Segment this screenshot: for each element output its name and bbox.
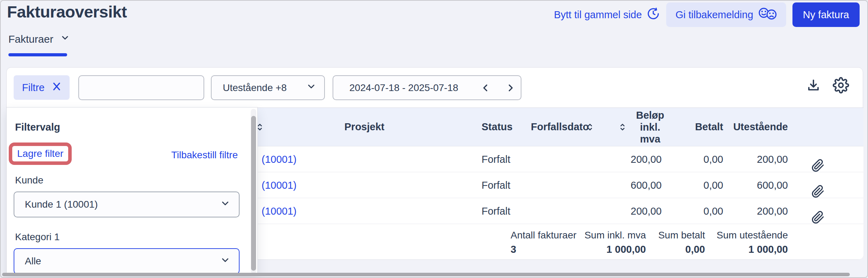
status-text: Forfalt <box>482 172 510 198</box>
page-title: Fakturaoversikt <box>7 2 127 21</box>
summary-count-label: Antall fakturaer <box>511 230 581 241</box>
paid-value: 0,00 <box>667 172 723 198</box>
outstanding-value: 200,00 <box>732 198 788 224</box>
summary-sum-outstanding-label: Sum utestående <box>716 230 788 241</box>
tab-label: Fakturaer <box>8 33 53 45</box>
sort-icon[interactable] <box>586 108 594 146</box>
column-header-status[interactable]: Status <box>482 108 513 146</box>
category1-filter-label: Kategori 1 <box>15 231 60 243</box>
category1-filter-dropdown[interactable]: Alle <box>14 248 240 274</box>
search-input[interactable] <box>79 76 217 99</box>
download-icon[interactable] <box>806 78 821 94</box>
summary-sum-paid-value: 0,00 <box>647 244 705 255</box>
header-actions: Bytt til gammel side Gi tilbakemelding <box>554 2 860 27</box>
switch-link-label: Bytt til gammel side <box>554 9 642 21</box>
status-filter-dropdown[interactable]: Utestående +8 <box>211 75 325 100</box>
column-header-belop[interactable]: Beløp inkl. mva <box>629 109 671 145</box>
panel-scrollbar-thumb[interactable] <box>251 116 256 271</box>
date-next-button[interactable] <box>505 76 516 99</box>
feedback-label: Gi tilbakemelding <box>675 9 753 21</box>
amount-value: 200,00 <box>606 198 662 224</box>
filter-panel-title: Filtervalg <box>15 121 60 133</box>
category1-filter-value: Alle <box>25 256 41 267</box>
chevron-down-icon <box>306 81 316 94</box>
horizontal-scrollbar-thumb[interactable] <box>2 273 850 276</box>
feedback-button[interactable]: Gi tilbakemelding <box>666 2 786 27</box>
summary-sum-incl-value: 1 000,00 <box>584 244 646 255</box>
customer-filter-value: Kunde 1 (10001) <box>25 199 98 210</box>
customer-link[interactable]: (10001) <box>262 198 297 224</box>
column-header-prosjekt[interactable]: Prosjekt <box>339 108 390 146</box>
panel-scrollbar-track[interactable] <box>251 109 256 273</box>
paid-value: 0,00 <box>667 146 723 172</box>
save-filter-annotation-box: Lagre filter <box>9 143 72 165</box>
customer-link[interactable]: (10001) <box>262 172 297 198</box>
amount-value: 200,00 <box>606 146 662 172</box>
new-invoice-button[interactable]: Ny faktura <box>792 2 860 27</box>
history-icon <box>647 7 660 23</box>
customer-filter-label: Kunde <box>15 175 43 186</box>
new-invoice-label: Ny faktura <box>803 9 849 21</box>
column-header-betalt[interactable]: Betalt <box>685 108 723 146</box>
active-tab-indicator <box>8 53 67 56</box>
amount-value: 600,00 <box>606 172 662 198</box>
status-text: Forfalt <box>482 198 510 224</box>
save-filter-link[interactable]: Lagre filter <box>17 148 63 159</box>
feedback-faces-icon <box>758 7 777 23</box>
close-icon <box>51 81 62 94</box>
column-header-forfallsdato[interactable]: Forfallsdato <box>531 108 589 146</box>
chevron-down-icon <box>220 255 230 268</box>
paid-value: 0,00 <box>667 198 723 224</box>
app-window: Fakturaoversikt Bytt til gammel side Gi … <box>0 0 868 278</box>
tab-fakturaer[interactable]: Fakturaer <box>8 33 70 45</box>
date-prev-button[interactable] <box>480 76 491 99</box>
chevron-down-icon <box>220 198 230 211</box>
sort-icon[interactable] <box>618 108 627 146</box>
search-field <box>78 75 204 100</box>
filter-panel: Filtervalg Lagre filter Tilbakestill fil… <box>6 107 258 276</box>
customer-link[interactable]: (10001) <box>262 146 297 172</box>
customer-filter-dropdown[interactable]: Kunde 1 (10001) <box>14 192 240 217</box>
column-header-utestaende[interactable]: Utestående <box>725 108 788 146</box>
chevron-down-icon <box>60 33 70 45</box>
summary-sum-paid-label: Sum betalt <box>647 230 705 241</box>
outstanding-value: 600,00 <box>732 172 788 198</box>
outstanding-value: 200,00 <box>732 146 788 172</box>
gear-icon[interactable] <box>833 77 849 95</box>
summary-count-value: 3 <box>511 244 581 255</box>
status-text: Forfalt <box>482 146 510 172</box>
status-filter-value: Utestående +8 <box>223 82 287 93</box>
date-range-value: 2024-07-18 - 2025-07-18 <box>349 82 458 93</box>
summary-sum-outstanding-value: 1 000,00 <box>716 244 788 255</box>
summary-sum-incl-label: Sum inkl. mva <box>584 230 646 241</box>
filters-toggle-button[interactable]: Filtre <box>14 75 70 100</box>
switch-to-old-page-link[interactable]: Bytt til gammel side <box>554 7 660 23</box>
date-range-picker[interactable]: 2024-07-18 - 2025-07-18 <box>333 75 521 100</box>
reset-filters-link[interactable]: Tilbakestill filtre <box>171 150 238 161</box>
filters-label: Filtre <box>22 82 44 93</box>
